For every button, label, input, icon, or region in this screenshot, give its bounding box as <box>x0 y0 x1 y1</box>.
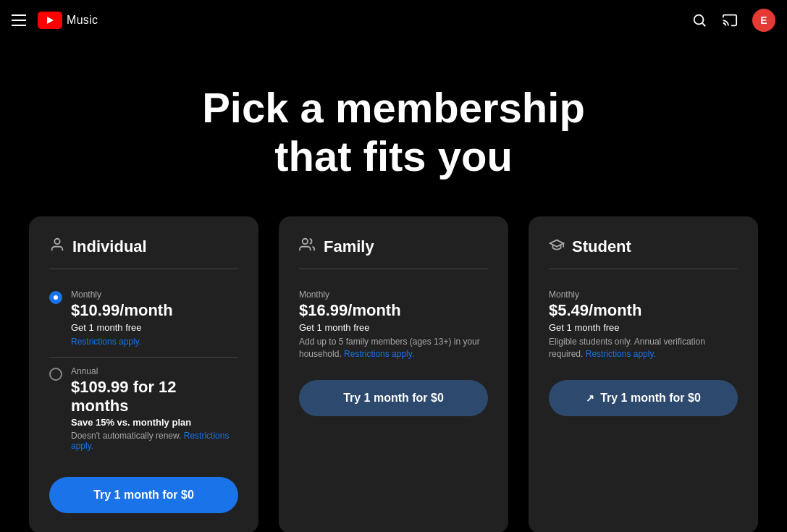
individual-monthly-restrictions-link[interactable]: Restrictions apply. <box>71 337 141 347</box>
hero-section: Pick a membership that fits you <box>0 41 787 216</box>
cast-icon <box>722 12 738 28</box>
individual-plan-title: Individual <box>72 237 147 256</box>
nav-right: E <box>691 9 775 32</box>
user-avatar[interactable]: E <box>752 9 775 32</box>
individual-monthly-label: Monthly <box>71 290 238 300</box>
student-cta-button[interactable]: ↗ Try 1 month for $0 <box>549 380 738 416</box>
svg-line-3 <box>702 23 705 26</box>
family-monthly-free: Get 1 month free <box>299 322 488 333</box>
yt-music-logo-icon <box>38 12 62 29</box>
family-icon <box>299 237 316 257</box>
hamburger-menu-button[interactable] <box>12 14 26 26</box>
individual-annual-label: Annual <box>71 366 238 376</box>
individual-card-header: Individual <box>49 237 238 257</box>
family-monthly-desc: Add up to 5 family members (ages 13+) in… <box>299 336 488 360</box>
cast-button[interactable] <box>722 12 738 28</box>
individual-annual-price: $109.99 for 12 months <box>71 378 238 416</box>
family-plan-title: Family <box>324 237 374 256</box>
student-monthly-option: Monthly $5.49/month Get 1 month free Eli… <box>549 281 738 368</box>
svg-point-5 <box>54 239 59 244</box>
individual-annual-savings: Save 15% vs. monthly plan <box>71 417 238 428</box>
family-cta-button[interactable]: Try 1 month for $0 <box>299 380 488 416</box>
navbar: Music E <box>0 0 787 41</box>
family-monthly-option: Monthly $16.99/month Get 1 month free Ad… <box>299 281 488 368</box>
family-divider <box>299 269 488 269</box>
svg-point-2 <box>694 15 704 25</box>
hero-title: Pick a membership that fits you <box>14 84 773 180</box>
student-restrictions-link[interactable]: Restrictions apply. <box>586 349 656 359</box>
logo[interactable]: Music <box>38 12 98 29</box>
plans-container: Individual Monthly $10.99/month Get 1 mo… <box>0 216 787 532</box>
search-button[interactable] <box>691 12 707 28</box>
family-monthly-price: $16.99/month <box>299 301 488 320</box>
student-monthly-desc: Eligible students only. Annual verificat… <box>549 336 738 360</box>
individual-monthly-details: Monthly $10.99/month Get 1 month free Re… <box>71 290 238 347</box>
student-monthly-free: Get 1 month free <box>549 322 738 333</box>
student-card-header: Student <box>549 237 738 257</box>
family-monthly-label: Monthly <box>299 290 488 300</box>
external-link-icon: ↗ <box>586 392 594 404</box>
individual-monthly-option[interactable]: Monthly $10.99/month Get 1 month free Re… <box>49 281 238 356</box>
individual-divider <box>49 269 238 269</box>
student-plan-card: Student Monthly $5.49/month Get 1 month … <box>529 216 758 532</box>
individual-plan-card: Individual Monthly $10.99/month Get 1 mo… <box>29 216 258 532</box>
individual-annual-renew: Doesn't automatically renew. Restriction… <box>71 431 238 451</box>
individual-monthly-restrictions: Restrictions apply. <box>71 336 238 348</box>
student-divider <box>549 269 738 269</box>
family-restrictions-link[interactable]: Restrictions apply. <box>344 349 414 359</box>
student-plan-title: Student <box>572 237 631 256</box>
individual-monthly-radio[interactable] <box>49 291 62 304</box>
individual-annual-radio[interactable] <box>49 368 62 381</box>
student-monthly-price: $5.49/month <box>549 301 738 320</box>
svg-point-6 <box>303 239 308 244</box>
app-name: Music <box>67 14 98 27</box>
individual-monthly-free: Get 1 month free <box>71 322 238 333</box>
individual-annual-details: Annual $109.99 for 12 months Save 15% vs… <box>71 366 238 452</box>
family-plan-card: Family Monthly $16.99/month Get 1 month … <box>279 216 508 532</box>
search-icon <box>691 12 707 28</box>
student-monthly-label: Monthly <box>549 290 738 300</box>
family-card-header: Family <box>299 237 488 257</box>
nav-left: Music <box>12 12 98 29</box>
person-icon <box>49 237 65 257</box>
individual-monthly-price: $10.99/month <box>71 301 238 320</box>
individual-annual-option[interactable]: Annual $109.99 for 12 months Save 15% vs… <box>49 357 238 460</box>
student-icon <box>549 237 565 257</box>
individual-cta-button[interactable]: Try 1 month for $0 <box>49 477 238 513</box>
